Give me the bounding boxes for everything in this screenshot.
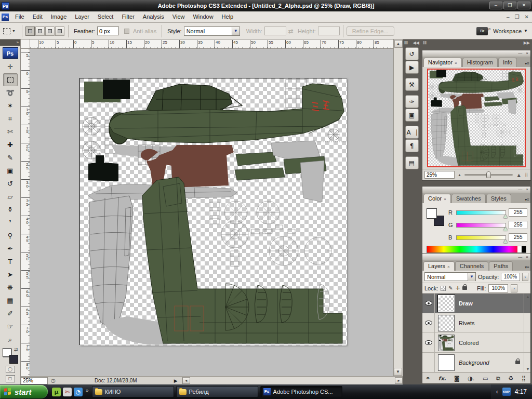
panel-close-icon[interactable]: × bbox=[526, 255, 528, 260]
panel-menu-icon[interactable]: ▾≡ bbox=[525, 197, 529, 202]
tool-preset-picker[interactable]: ▼ bbox=[0, 28, 19, 34]
navigator-zoom-slider[interactable] bbox=[464, 174, 513, 176]
tab-layers[interactable]: Layers× bbox=[423, 261, 455, 271]
menu-file[interactable]: File bbox=[11, 11, 29, 22]
eyedropper-tool[interactable]: ✐ bbox=[3, 307, 18, 320]
layer-row-colored[interactable]: Colored bbox=[422, 333, 530, 353]
zoom-slider-thumb[interactable] bbox=[486, 171, 491, 178]
new-group-icon[interactable]: ▭ bbox=[483, 375, 488, 382]
panel-resize-grip[interactable]: ⣿ bbox=[525, 172, 528, 177]
layer-row-background[interactable]: Background bbox=[422, 353, 530, 373]
black-swatch[interactable] bbox=[522, 246, 526, 252]
foreground-color-well[interactable] bbox=[427, 208, 437, 219]
eye-icon[interactable] bbox=[425, 301, 432, 305]
layers-scrollbar[interactable]: ▲ ▼ bbox=[524, 294, 530, 373]
title-bar[interactable]: Ps Adobe Photoshop CS3 Extended - [Untit… bbox=[0, 0, 532, 11]
paint-bucket-tool[interactable]: ⚱ bbox=[3, 203, 18, 216]
tab-close-icon[interactable]: × bbox=[447, 264, 450, 269]
scroll-right-arrow[interactable]: ▸ bbox=[395, 377, 403, 384]
panels-expand-icon[interactable]: ▶▶ bbox=[524, 39, 530, 47]
style-select[interactable]: Normal ▼ bbox=[184, 26, 240, 36]
healing-brush-tool[interactable]: ✚ bbox=[3, 138, 18, 151]
status-menu-arrow[interactable]: ▶ bbox=[174, 378, 178, 383]
tab-styles[interactable]: Styles bbox=[486, 194, 511, 203]
history-panel-icon[interactable]: ↺ bbox=[405, 47, 419, 60]
panels-grip[interactable]: ⦀⦀ bbox=[423, 39, 427, 47]
visibility-cell[interactable] bbox=[422, 313, 435, 332]
tray-app-icon[interactable]: KMP bbox=[502, 388, 511, 396]
lock-position-icon[interactable]: ✛ bbox=[456, 285, 460, 291]
dock-grip[interactable]: ⦀⦀ bbox=[404, 39, 408, 47]
tab-close-icon[interactable]: × bbox=[455, 61, 457, 65]
visibility-cell[interactable] bbox=[422, 294, 435, 313]
lock-transparency-icon[interactable] bbox=[441, 286, 446, 291]
navigator-proxy-view[interactable] bbox=[427, 69, 526, 167]
subtract-selection-button[interactable] bbox=[45, 26, 55, 36]
blue-channel-slider[interactable] bbox=[456, 235, 507, 240]
green-channel-slider[interactable] bbox=[456, 223, 507, 228]
panel-close-icon[interactable]: × bbox=[526, 187, 528, 192]
magic-wand-tool[interactable]: ✶ bbox=[3, 99, 18, 112]
white-swatch[interactable] bbox=[517, 246, 522, 252]
quick-launch-overflow-icon[interactable]: » bbox=[86, 388, 89, 393]
quick-mask-button[interactable]: ◯ bbox=[6, 366, 15, 373]
pen-tool[interactable]: ✒ bbox=[3, 242, 18, 255]
taskbar-button-ребилд[interactable]: Ребилд bbox=[176, 386, 258, 397]
menu-image[interactable]: Image bbox=[47, 11, 71, 22]
fill-value[interactable]: 100% bbox=[488, 284, 508, 292]
tab-color[interactable]: Color× bbox=[423, 194, 451, 203]
workspace-button[interactable]: Workspace ▼ bbox=[493, 28, 528, 34]
new-selection-button[interactable] bbox=[25, 26, 35, 36]
brushes-panel-icon[interactable]: ✑ bbox=[405, 95, 419, 108]
panel-minimize-icon[interactable]: — bbox=[518, 51, 522, 56]
scroll-down-arrow[interactable]: ▼ bbox=[394, 368, 402, 376]
navigator-zoom-input[interactable] bbox=[424, 171, 455, 179]
tab-histogram[interactable]: Histogram bbox=[462, 58, 498, 67]
layer-comps-panel-icon[interactable]: ▤ bbox=[405, 156, 419, 169]
version-cue-icon[interactable]: ◷ bbox=[51, 378, 56, 383]
menu-view[interactable]: View bbox=[168, 11, 189, 22]
blue-channel-value[interactable]: 255 bbox=[509, 233, 527, 242]
slider-thumb[interactable] bbox=[503, 215, 508, 218]
horizontal-scrollbar[interactable]: ◂ ▸ bbox=[182, 377, 403, 384]
doc-minimize-button[interactable]: – bbox=[507, 14, 510, 20]
player-app-icon[interactable]: ◔ bbox=[74, 388, 83, 396]
media-app-icon[interactable]: ✄ bbox=[63, 388, 72, 396]
taskbar-button-кино[interactable]: КИНО bbox=[92, 386, 174, 397]
layers-scroll-up-icon[interactable]: ▲ bbox=[526, 295, 530, 299]
adjustment-layer-icon[interactable]: ◑. bbox=[468, 375, 474, 382]
link-layers-icon[interactable]: ⚭ bbox=[425, 375, 430, 382]
bridge-icon[interactable]: Br bbox=[476, 27, 488, 35]
new-layer-icon[interactable]: ⧉ bbox=[496, 375, 500, 382]
panel-resize-grip[interactable]: ⣿ bbox=[522, 375, 526, 382]
blend-mode-select[interactable]: Normal ▼ bbox=[424, 272, 476, 281]
menu-analysis[interactable]: Analysis bbox=[139, 11, 168, 22]
clone-source-panel-icon[interactable]: ▣ bbox=[405, 109, 419, 122]
layers-scroll-down-icon[interactable]: ▼ bbox=[526, 367, 530, 371]
panel-minimize-icon[interactable]: — bbox=[518, 187, 522, 192]
tab-paths[interactable]: Paths bbox=[489, 261, 513, 271]
restore-button[interactable]: ❐ bbox=[503, 2, 516, 9]
zoom-out-icon[interactable]: ▲ bbox=[458, 173, 461, 177]
toolbox-collapse-arrows[interactable]: » bbox=[0, 39, 20, 46]
custom-shape-tool[interactable]: ❋ bbox=[3, 281, 18, 294]
menu-layer[interactable]: Layer bbox=[71, 11, 94, 22]
zoom-tool[interactable]: ⌕ bbox=[3, 333, 18, 346]
start-button[interactable]: start bbox=[0, 385, 48, 398]
opacity-value[interactable]: 100% bbox=[501, 273, 520, 281]
layer-thumbnail[interactable] bbox=[438, 354, 455, 371]
add-selection-button[interactable] bbox=[35, 26, 45, 36]
doc-restore-button[interactable]: ❐ bbox=[515, 14, 520, 20]
canvas[interactable] bbox=[79, 78, 347, 345]
screen-mode-button[interactable]: ▢ bbox=[6, 375, 15, 382]
menu-window[interactable]: Window bbox=[189, 11, 217, 22]
lock-all-icon[interactable] bbox=[462, 286, 467, 290]
taskbar-button-adobe-photoshop-cs-[interactable]: PsAdobe Photoshop CS... bbox=[260, 386, 342, 397]
layer-thumbnail[interactable] bbox=[438, 315, 455, 331]
refine-edge-button[interactable]: Refine Edge... bbox=[347, 26, 394, 36]
utorrent-icon[interactable]: µ bbox=[52, 388, 61, 396]
history-brush-tool[interactable]: ↺ bbox=[3, 177, 18, 190]
background-color-swatch[interactable] bbox=[9, 355, 18, 364]
move-tool[interactable]: ✛ bbox=[3, 60, 18, 73]
rectangular-marquee-tool[interactable] bbox=[3, 73, 18, 86]
